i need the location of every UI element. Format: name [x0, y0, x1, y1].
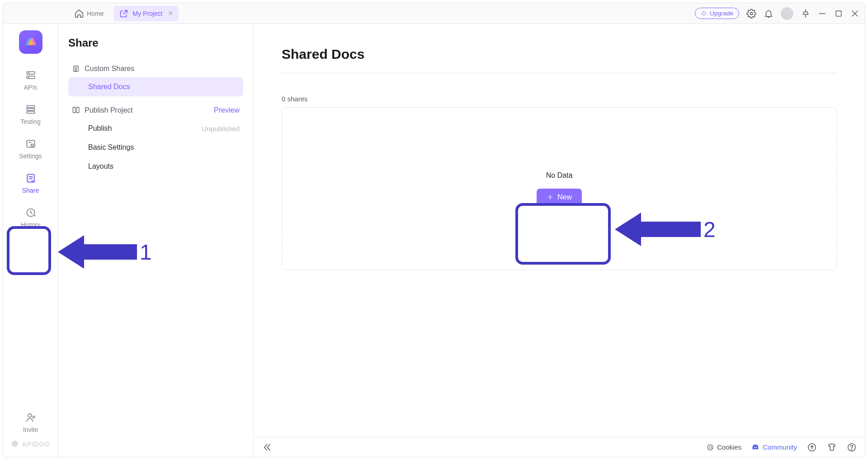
home-label: Home [87, 10, 104, 17]
testing-icon [25, 104, 37, 115]
sidebar-title: Share [68, 37, 243, 49]
window-close-icon[interactable] [850, 9, 859, 18]
svg-point-5 [28, 77, 29, 77]
external-link-icon [119, 9, 129, 19]
sidebar-item-basic-settings[interactable]: Basic Settings [68, 138, 243, 157]
cookie-icon [707, 444, 714, 451]
window-maximize-icon[interactable] [834, 9, 843, 18]
empty-state: No Data New [282, 107, 837, 270]
svg-point-16 [709, 446, 709, 447]
rail-history-label: History [21, 221, 41, 228]
invite-icon [25, 412, 37, 423]
sidebar-item-shared-docs[interactable]: Shared Docs [68, 77, 243, 96]
custom-shares-label: Custom Shares [85, 65, 134, 73]
tab-my-project[interactable]: My Project [113, 6, 179, 21]
gear-icon[interactable] [746, 9, 756, 19]
book-icon [72, 106, 80, 114]
basic-settings-label: Basic Settings [88, 143, 134, 152]
svg-rect-2 [27, 71, 34, 74]
bell-icon[interactable] [764, 9, 774, 19]
home-button[interactable]: Home [70, 6, 108, 21]
sidebar-group-publish-project[interactable]: Publish Project Preview [68, 102, 243, 119]
rail-item-testing[interactable]: Testing [3, 97, 58, 132]
cookies-label: Cookies [717, 443, 741, 451]
rail-item-settings[interactable]: Settings [3, 132, 58, 166]
sidebar-item-publish[interactable]: Publish Unpublished [68, 119, 243, 138]
sidebar-item-layouts[interactable]: Layouts [68, 157, 243, 176]
svg-point-18 [710, 448, 710, 448]
layouts-label: Layouts [88, 162, 113, 171]
settings-icon [25, 138, 37, 150]
sparkle-icon [701, 10, 707, 17]
svg-rect-7 [27, 109, 34, 110]
divider [282, 73, 837, 73]
collapse-icon[interactable] [262, 442, 272, 452]
bottombar: Cookies Community [254, 437, 865, 457]
sidebar: Share Custom Shares Shared Docs Publish … [58, 24, 254, 457]
upgrade-label: Upgrade [710, 10, 733, 17]
rail-testing-label: Testing [20, 118, 40, 125]
apis-icon [25, 69, 37, 81]
svg-point-22 [851, 449, 852, 450]
brand-apidog: APIDOG [11, 440, 50, 451]
no-data-label: No Data [546, 171, 573, 180]
main: Shared Docs 0 shares No Data New [254, 24, 865, 457]
app-logo[interactable] [19, 30, 42, 54]
rail-item-share[interactable]: Share [3, 166, 58, 200]
svg-rect-6 [27, 105, 34, 107]
svg-point-13 [28, 414, 32, 417]
help-icon[interactable] [847, 442, 857, 452]
rail-share-label: Share [22, 187, 39, 194]
svg-rect-8 [27, 111, 34, 113]
upload-circle-icon[interactable] [807, 442, 817, 452]
page-title: Shared Docs [282, 47, 837, 62]
svg-rect-11 [27, 174, 34, 182]
publish-label: Publish [88, 124, 112, 133]
tab-label: My Project [132, 10, 162, 17]
publish-status: Unpublished [202, 125, 240, 133]
history-icon [25, 207, 37, 218]
titlebar: Home My Project Upgrade [3, 3, 865, 24]
brand-label: APIDOG [22, 440, 50, 448]
discord-icon [751, 443, 760, 451]
svg-point-10 [31, 144, 33, 147]
pin-icon[interactable] [801, 9, 811, 19]
svg-rect-3 [27, 76, 34, 78]
preview-link[interactable]: Preview [214, 106, 240, 114]
new-button[interactable]: New [537, 189, 582, 206]
community-link[interactable]: Community [751, 443, 797, 451]
home-icon [74, 9, 84, 19]
shares-count: 0 shares [282, 95, 837, 103]
rail-item-apis[interactable]: APIs [3, 63, 58, 97]
rail-apis-label: APIs [24, 84, 38, 91]
window-minimize-icon[interactable] [818, 9, 827, 18]
svg-point-0 [750, 12, 753, 15]
share-icon [25, 172, 37, 184]
publish-project-label: Publish Project [85, 106, 133, 114]
plus-icon [547, 194, 554, 201]
svg-rect-1 [836, 11, 841, 16]
rail-item-invite[interactable]: Invite [3, 405, 58, 440]
rail-settings-label: Settings [19, 152, 42, 160]
rail-item-history[interactable]: History [3, 200, 58, 235]
rail: APIs Testing Settings Share [3, 24, 58, 457]
cookies-link[interactable]: Cookies [707, 443, 741, 451]
svg-point-17 [711, 446, 711, 446]
new-button-label: New [557, 193, 572, 201]
upgrade-button[interactable]: Upgrade [695, 8, 739, 19]
shared-docs-label: Shared Docs [88, 83, 130, 91]
avatar[interactable] [781, 7, 793, 20]
doc-list-icon [72, 65, 80, 73]
svg-point-15 [708, 445, 713, 450]
community-label: Community [763, 443, 797, 451]
svg-point-19 [711, 447, 712, 448]
rail-invite-label: Invite [23, 426, 38, 433]
tab-close-button[interactable] [166, 10, 173, 17]
sidebar-group-custom-shares[interactable]: Custom Shares [68, 60, 243, 77]
svg-point-4 [28, 72, 29, 73]
shirt-icon[interactable] [827, 442, 837, 452]
